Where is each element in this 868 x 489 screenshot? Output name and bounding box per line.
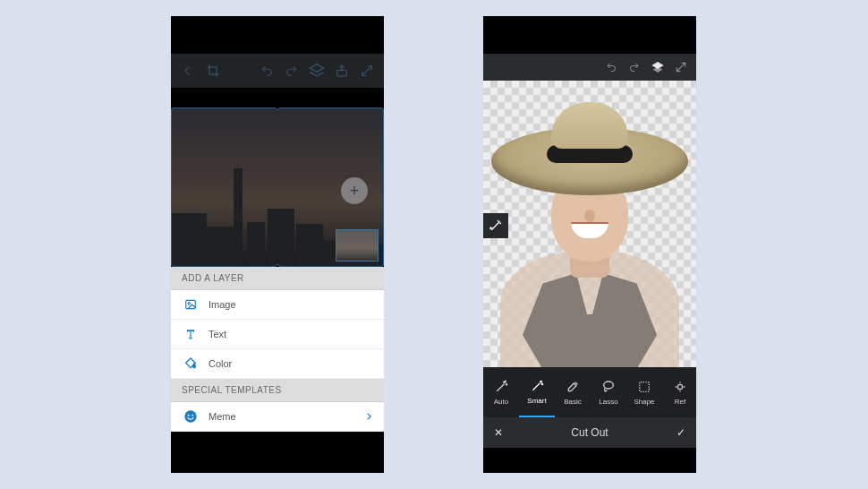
tool-label: Shape [634, 398, 654, 406]
cutout-tool-strip: Auto Smart Basic Lasso Shape [483, 367, 696, 417]
brush-icon [565, 379, 581, 395]
left-phone-frame: + ADD A LAYER Image Text Color SPECIAL T… [171, 16, 384, 473]
add-layer-button[interactable]: + [341, 177, 368, 204]
expand-icon[interactable] [673, 59, 689, 75]
row-label: Meme [208, 411, 236, 422]
magic-wand-badge[interactable] [483, 213, 508, 238]
subject-nose [584, 210, 595, 222]
layers-icon[interactable] [650, 59, 666, 75]
tool-label: Lasso [599, 398, 617, 406]
svg-point-5 [188, 415, 190, 416]
svg-rect-12 [640, 382, 650, 392]
subject-mouth [571, 222, 608, 238]
cutout-bottom-bar: ✕ Cut Out ✓ [483, 417, 696, 448]
skyline-shape [247, 222, 265, 267]
share-icon[interactable] [332, 61, 352, 81]
svg-point-6 [191, 415, 193, 416]
chevron-right-icon [364, 411, 373, 422]
auto-wand-icon [493, 379, 509, 395]
tool-shape[interactable]: Shape [626, 367, 662, 417]
skyline-shape [207, 227, 234, 267]
special-templates-header: SPECIAL TEMPLATES [171, 379, 384, 402]
layer-options-panel: ADD A LAYER Image Text Color SPECIAL TEM… [171, 267, 384, 432]
lasso-icon [600, 379, 617, 395]
undo-icon[interactable] [603, 59, 619, 75]
letterbox [483, 448, 696, 473]
svg-point-13 [677, 384, 682, 389]
tool-auto[interactable]: Auto [483, 367, 519, 417]
row-text[interactable]: Text [171, 320, 384, 349]
svg-point-9 [540, 382, 542, 383]
right-top-toolbar [483, 54, 696, 81]
expand-icon[interactable] [357, 61, 377, 81]
image-icon [182, 297, 200, 312]
svg-rect-2 [186, 300, 196, 308]
resize-handle-tc[interactable] [275, 107, 281, 110]
paint-bucket-icon [182, 356, 200, 371]
confirm-button[interactable]: ✓ [677, 426, 685, 439]
row-label: Text [208, 329, 226, 339]
tool-label: Ref [675, 398, 685, 406]
resize-handle-bc[interactable] [275, 264, 281, 267]
cutout-subject [491, 99, 688, 367]
svg-point-4 [184, 410, 196, 422]
smart-wand-icon [529, 378, 545, 394]
row-image[interactable]: Image [171, 290, 384, 320]
right-phone-frame: Auto Smart Basic Lasso Shape [483, 16, 696, 473]
row-label: Color [208, 358, 232, 369]
meme-icon [182, 409, 200, 424]
row-label: Image [208, 299, 236, 310]
svg-marker-8 [653, 66, 663, 73]
svg-point-11 [604, 382, 614, 389]
right-canvas[interactable] [483, 81, 696, 367]
skyline-shape [296, 224, 323, 267]
svg-point-10 [541, 383, 542, 384]
crop-icon[interactable] [203, 61, 223, 81]
layers-icon[interactable] [307, 61, 327, 81]
resize-handle-tr[interactable] [381, 107, 384, 110]
skyline-shape [171, 213, 207, 267]
tool-basic[interactable]: Basic [555, 367, 591, 417]
row-meme[interactable]: Meme [171, 402, 384, 432]
close-button[interactable]: ✕ [494, 426, 503, 439]
add-layer-header: ADD A LAYER [171, 267, 384, 290]
tool-label: Smart [527, 397, 546, 405]
left-top-toolbar [171, 54, 384, 88]
undo-icon[interactable] [257, 61, 277, 81]
plus-icon: + [350, 182, 360, 201]
skyline-shape [268, 209, 294, 267]
svg-marker-0 [311, 64, 324, 73]
text-icon [182, 327, 200, 341]
subject-hat-crown [551, 102, 628, 149]
shape-icon [636, 379, 652, 395]
layer-thumbnail[interactable] [336, 229, 379, 262]
tool-label: Auto [494, 398, 508, 406]
tool-label: Basic [564, 398, 582, 406]
left-canvas[interactable]: + [171, 107, 384, 267]
redo-icon[interactable] [282, 61, 302, 81]
back-icon[interactable] [178, 61, 198, 81]
svg-point-3 [188, 303, 190, 305]
redo-icon[interactable] [626, 59, 642, 75]
tool-refine[interactable]: Ref [662, 367, 696, 417]
tool-smart[interactable]: Smart [519, 367, 555, 417]
row-color[interactable]: Color [171, 349, 384, 379]
bottom-title: Cut Out [571, 426, 608, 439]
resize-handle-tl[interactable] [171, 107, 174, 110]
skyline-shape [234, 168, 243, 267]
refine-icon [672, 379, 688, 395]
tool-lasso[interactable]: Lasso [591, 367, 626, 417]
resize-handle-br[interactable] [381, 264, 384, 267]
